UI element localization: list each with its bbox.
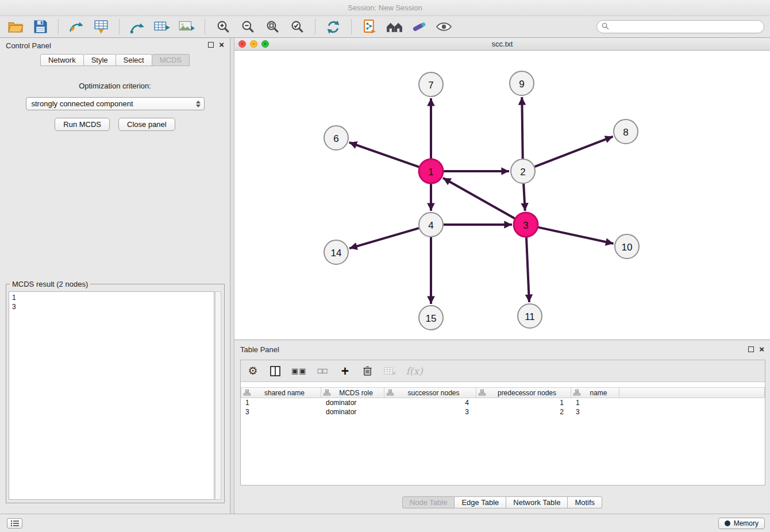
export-table-icon[interactable] (152, 18, 172, 36)
control-panel: Control Panel × Network Style Select MCD… (0, 38, 230, 514)
memory-button[interactable]: Memory (718, 518, 765, 529)
column-header-successor-nodes[interactable]: successor nodes (384, 387, 476, 398)
list-icon (10, 520, 20, 527)
select-all-columns-icon[interactable]: ▣▣ (291, 363, 307, 379)
table-cell[interactable]: dominator (321, 407, 384, 417)
graph-node-label: 2 (520, 167, 525, 178)
table-cell[interactable]: 2 (476, 407, 571, 417)
table-cell[interactable]: 1 (476, 398, 571, 407)
save-session-icon[interactable] (30, 18, 50, 36)
graphics-details-icon[interactable] (409, 18, 429, 36)
table-toolbar: ⚙ ▣▣ □□ + f(x) (241, 360, 765, 382)
graph-edge-4-14[interactable] (349, 228, 419, 248)
optimization-criterion-select[interactable]: strongly connected component (26, 97, 205, 110)
zoom-selected-icon[interactable] (287, 18, 307, 36)
graph-node-label: 10 (622, 242, 633, 253)
status-list-button[interactable] (7, 518, 22, 529)
selected-option-label: strongly connected component (32, 99, 196, 108)
column-header-predecessor-nodes[interactable]: predecessor nodes (476, 387, 571, 398)
import-network-icon[interactable] (67, 18, 86, 36)
graph-node-label: 15 (426, 313, 437, 324)
network-overview-icon[interactable] (384, 18, 404, 36)
zoom-in-icon[interactable] (213, 18, 233, 36)
import-table-icon[interactable] (91, 18, 111, 36)
table-cell[interactable]: 3 (241, 407, 321, 417)
delete-table-icon (384, 363, 396, 379)
mcds-result-list[interactable]: 1 3 (9, 291, 214, 500)
tab-select[interactable]: Select (116, 54, 152, 66)
panel-splitter[interactable] (230, 38, 234, 514)
column-header-shared-name[interactable]: shared name (241, 387, 321, 398)
table-panel-tabs: Node Table Edge Table Network Table Moti… (234, 496, 770, 508)
table-cell[interactable]: 4 (384, 398, 476, 407)
graph-node-label: 7 (428, 80, 433, 91)
mcds-result-title: MCDS result (2 nodes) (10, 280, 90, 288)
mcds-result-line: 3 (12, 302, 211, 311)
network-window-titlebar: × − + scc.txt (234, 38, 770, 51)
table-cell[interactable]: 3 (571, 407, 619, 417)
window-titlebar: Session: New Session (0, 0, 770, 16)
tab-network[interactable]: Network (40, 54, 84, 66)
search-icon (602, 22, 609, 32)
graph-edge-2-8[interactable] (535, 137, 613, 167)
column-icon (324, 390, 330, 396)
main-toolbar (0, 16, 770, 38)
table-row[interactable]: 3 dominator 3 2 3 (241, 407, 765, 417)
graph-node-label: 8 (623, 127, 628, 138)
network-canvas[interactable]: 7968124314101511 (234, 51, 770, 340)
column-header-mcds-role[interactable]: MCDS role (321, 387, 384, 398)
graph-edge-3-1[interactable] (443, 178, 515, 218)
zoom-fit-icon[interactable] (263, 18, 282, 36)
tab-edge-table[interactable]: Edge Table (455, 496, 506, 508)
table-cell[interactable]: 3 (384, 407, 476, 417)
control-panel-tabs: Network Style Select MCDS (0, 54, 230, 67)
graph-edge-3-11[interactable] (526, 237, 529, 302)
table-header-row: shared name MCDS role successor nodes pr… (241, 387, 765, 398)
table-cell[interactable]: dominator (321, 398, 384, 407)
table-panel: Table Panel × ⚙ ▣▣ □□ + f (234, 340, 770, 514)
table-row[interactable]: 1 dominator 4 1 1 (241, 398, 765, 407)
tab-motifs[interactable]: Motifs (568, 496, 602, 508)
float-panel-icon[interactable] (208, 42, 214, 48)
table-cell[interactable]: 1 (571, 398, 619, 407)
graph-edge-1-6[interactable] (349, 142, 419, 167)
show-columns-icon[interactable] (269, 363, 282, 379)
search-input[interactable] (612, 22, 759, 31)
column-icon (387, 390, 394, 396)
node-table-frame: ⚙ ▣▣ □□ + f(x) shared name (240, 360, 765, 485)
tab-style[interactable]: Style (84, 54, 116, 66)
export-network-icon[interactable] (128, 18, 147, 36)
run-mcds-button[interactable]: Run MCDS (55, 118, 110, 131)
table-settings-icon[interactable]: ⚙ (247, 363, 259, 379)
tab-mcds[interactable]: MCDS (152, 54, 190, 66)
graph-edge-2-9[interactable] (522, 97, 522, 159)
column-icon (479, 390, 486, 396)
unselect-all-columns-icon[interactable]: □□ (317, 363, 329, 379)
duplicate-network-icon[interactable] (360, 18, 379, 36)
add-column-icon[interactable]: + (339, 363, 352, 379)
float-table-panel-icon[interactable] (748, 346, 754, 352)
zoom-out-icon[interactable] (238, 18, 257, 36)
mcds-panel-body: Optimization criterion: strongly connect… (0, 68, 230, 131)
close-panel-icon[interactable]: × (219, 41, 224, 48)
memory-label: Memory (734, 519, 759, 527)
column-header-name[interactable]: name (571, 387, 619, 398)
open-session-icon[interactable] (6, 18, 25, 36)
graph-node-label: 1 (428, 167, 433, 178)
graph-node-label: 3 (523, 220, 528, 231)
export-image-icon[interactable] (177, 18, 197, 36)
result-scrollbar[interactable] (215, 291, 221, 500)
close-table-panel-icon[interactable]: × (759, 346, 764, 353)
graph-node-label: 6 (333, 133, 338, 144)
tab-node-table[interactable]: Node Table (402, 496, 455, 508)
eye-icon[interactable] (434, 18, 453, 36)
graph-node-label: 4 (428, 220, 433, 231)
apply-layout-icon[interactable] (324, 18, 343, 36)
table-panel-header: Table Panel × (234, 340, 770, 357)
close-panel-button[interactable]: Close panel (118, 118, 175, 131)
tab-network-table[interactable]: Network Table (506, 496, 568, 508)
graph-edge-2-3[interactable] (523, 184, 525, 211)
graph-edge-3-10[interactable] (538, 228, 614, 244)
table-cell[interactable]: 1 (241, 398, 321, 407)
delete-column-icon[interactable] (361, 363, 374, 379)
